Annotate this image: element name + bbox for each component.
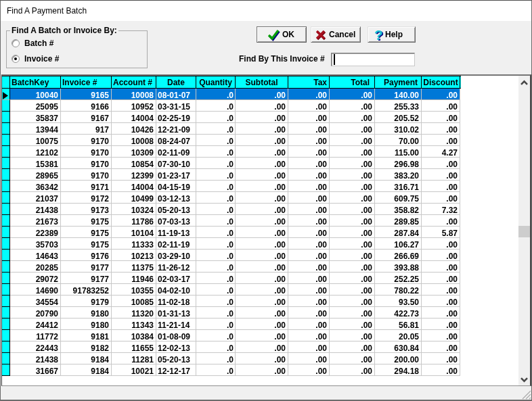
svg-text:?: ?: [374, 28, 383, 43]
